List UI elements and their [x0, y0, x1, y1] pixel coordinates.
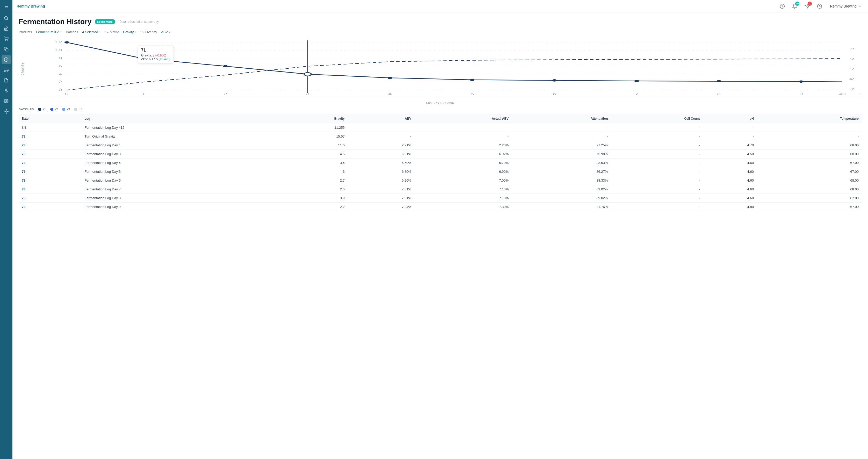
- col-header-temperature[interactable]: Temperature: [757, 114, 862, 123]
- cell-batch[interactable]: 73: [19, 158, 81, 167]
- legend-item-71[interactable]: 71: [38, 108, 46, 111]
- cell-gravity: 2.7: [276, 176, 348, 185]
- notifications-button[interactable]: 9+: [790, 2, 799, 10]
- col-header-log[interactable]: Log ↓: [81, 114, 276, 123]
- svg-text:6: 6: [553, 92, 556, 96]
- announcements-button[interactable]: 1: [803, 2, 811, 10]
- cell-attenuation: 89.02%: [512, 194, 611, 203]
- cell-temperature: 68.00: [757, 141, 862, 150]
- cell-temperature: 67.00: [757, 194, 862, 203]
- user-menu[interactable]: Remmy Brewing: [828, 3, 864, 9]
- cell-batch[interactable]: 73: [19, 203, 81, 211]
- cell-attenuation: 75.98%: [512, 150, 611, 158]
- data-point: [141, 58, 146, 60]
- cell-ph: -: [703, 123, 757, 132]
- notifications-badge: 9+: [795, 2, 799, 6]
- cell-batch[interactable]: 73: [19, 176, 81, 185]
- sidebar-item-finance[interactable]: [2, 86, 11, 95]
- col-header-ph[interactable]: pH: [703, 114, 757, 123]
- history-button[interactable]: [815, 2, 824, 10]
- filter-abv[interactable]: ABV ▾: [161, 30, 170, 34]
- help-button[interactable]: [778, 2, 786, 10]
- batches-selected-label: 4 Selected: [82, 30, 98, 34]
- learn-more-button[interactable]: Learn More: [95, 19, 115, 24]
- filter-batches[interactable]: Batches: [66, 30, 78, 34]
- svg-text:9: 9: [799, 92, 803, 96]
- cell-batch[interactable]: 73: [19, 194, 81, 203]
- sidebar-item-menu[interactable]: ☰: [2, 3, 11, 12]
- chart-container: GRAVITY .grid-line { stroke: #e5e7eb; st…: [19, 40, 862, 97]
- metric-label: Metric: [110, 30, 119, 34]
- cell-batch[interactable]: 73: [19, 150, 81, 158]
- cell-batch[interactable]: 73: [19, 185, 81, 194]
- col-header-batch[interactable]: Batch: [19, 114, 81, 123]
- page-header: Fermentation History Learn More Data ref…: [19, 18, 862, 26]
- table-row: 73 Fermentation Log Day 6 2.7 6.96% 7.00…: [19, 176, 862, 185]
- cell-actual-abv: 6.02%: [414, 150, 512, 158]
- sidebar-item-home[interactable]: [2, 24, 11, 33]
- cell-batch[interactable]: 8.1: [19, 123, 81, 132]
- cell-abv: -: [348, 123, 414, 132]
- chart-svg: .grid-line { stroke: #e5e7eb; stroke-wid…: [32, 40, 854, 97]
- cell-ph: 4.60: [703, 158, 757, 167]
- cell-log: Fermentation Log Day 3: [81, 150, 276, 158]
- announcements-badge: 1: [808, 2, 812, 6]
- abv-line: [67, 59, 842, 90]
- col-header-cell-count[interactable]: Cell Count: [611, 114, 703, 123]
- filter-batches-selected[interactable]: 4 Selected ▾: [82, 30, 100, 34]
- legend-item-72[interactable]: 72: [50, 108, 58, 111]
- sidebar-item-documents[interactable]: [2, 75, 11, 85]
- gravity-label: Gravity: [123, 30, 134, 34]
- sidebar-item-orders[interactable]: [2, 44, 11, 54]
- sidebar-item-analytics[interactable]: [2, 55, 11, 64]
- legend-dot-81: [74, 108, 77, 111]
- cell-abv: 6.59%: [348, 158, 414, 167]
- cell-batch[interactable]: 73: [19, 132, 81, 141]
- cell-actual-abv: 6.90%: [414, 167, 512, 176]
- cell-attenuation: 86.27%: [512, 167, 611, 176]
- col-header-gravity[interactable]: Gravity: [276, 114, 348, 123]
- filter-products[interactable]: Products: [19, 30, 32, 34]
- cell-batch[interactable]: 73: [19, 167, 81, 176]
- svg-point-12: [6, 109, 7, 110]
- sidebar-item-integrations[interactable]: [2, 107, 11, 116]
- col-header-abv[interactable]: ABV: [348, 114, 414, 123]
- cell-attenuation: -: [512, 123, 611, 132]
- cell-actual-abv: 2.20%: [414, 141, 512, 150]
- sidebar-item-settings[interactable]: [2, 96, 11, 106]
- resize-handle[interactable]: ⤡: [859, 92, 861, 95]
- sidebar-item-search[interactable]: [2, 13, 11, 23]
- svg-text:6%: 6%: [849, 58, 854, 61]
- cell-cell-count: -: [611, 203, 703, 211]
- filter-metric[interactable]: Metric: [104, 30, 119, 34]
- legend-item-81[interactable]: 8.1: [74, 108, 83, 111]
- svg-point-11: [6, 111, 7, 112]
- filter-overlay[interactable]: Overlay: [140, 30, 157, 34]
- legend-item-73[interactable]: 73: [62, 108, 70, 111]
- col-header-attenuation[interactable]: Attenuation: [512, 114, 611, 123]
- cell-abv: 6.01%: [348, 150, 414, 158]
- cell-log: Fermentation Log Day 1: [81, 141, 276, 150]
- data-point: [223, 65, 228, 67]
- page-title: Fermentation History: [19, 18, 92, 26]
- cell-attenuation: 91.76%: [512, 203, 611, 211]
- filter-gravity[interactable]: Gravity ▾: [123, 30, 136, 34]
- svg-text:8: 8: [717, 92, 721, 96]
- user-name: Remmy Brewing: [830, 4, 857, 8]
- cell-gravity: 3.9: [276, 194, 348, 203]
- col-header-actual-abv[interactable]: Actual ABV: [414, 114, 512, 123]
- cell-ph: 4.70: [703, 141, 757, 150]
- cell-attenuation: -: [512, 132, 611, 141]
- table-row: 73 Fermentation Log Day 1 11.6 2.21% 2.2…: [19, 141, 862, 150]
- cell-batch[interactable]: 73: [19, 141, 81, 150]
- sidebar-item-delivery[interactable]: [2, 65, 11, 74]
- svg-text:2: 2: [59, 80, 62, 84]
- cell-log: Fermentation Log Day 7: [81, 185, 276, 194]
- sidebar-item-cart[interactable]: [2, 34, 11, 43]
- cell-gravity: 2.6: [276, 185, 348, 194]
- cell-actual-abv: 7.10%: [414, 194, 512, 203]
- cell-log: Fermentation Log Day 6: [81, 176, 276, 185]
- filter-product-selected[interactable]: Fermentum IPA ▾: [36, 30, 62, 34]
- svg-point-8: [7, 71, 8, 72]
- svg-text:4: 4: [388, 92, 392, 96]
